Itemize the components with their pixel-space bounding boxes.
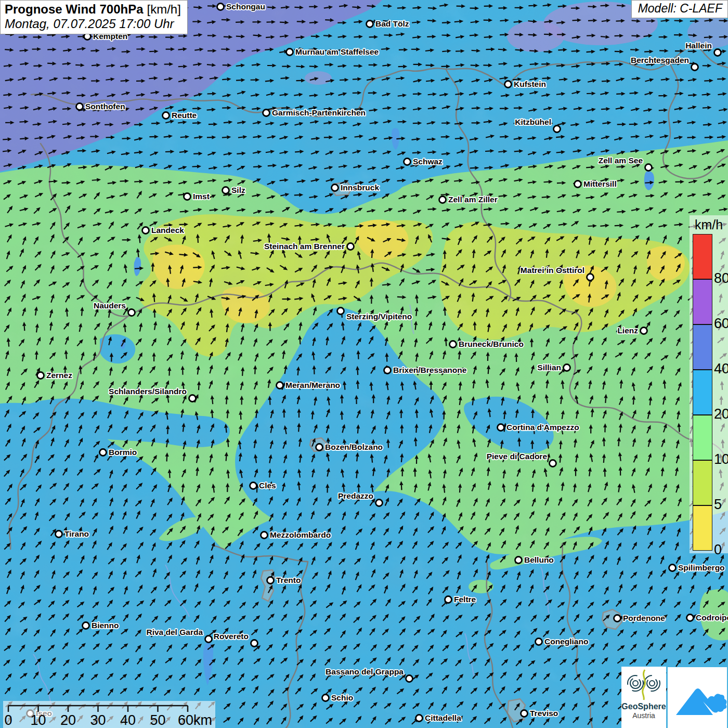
city-marker xyxy=(163,112,170,119)
city-marker xyxy=(564,365,570,371)
city-label: Treviso xyxy=(530,709,558,718)
city-marker xyxy=(189,395,196,402)
city-label: Schongau xyxy=(226,2,265,11)
city-label: Mezzolombardo xyxy=(270,530,331,539)
city-label: Brixen/Bressanone xyxy=(393,366,467,374)
city-label: Reutte xyxy=(172,111,197,120)
city-label: Zell am See xyxy=(599,156,643,165)
city-label: Bad Tölz xyxy=(375,19,409,28)
legend-tick-label: 80 xyxy=(714,270,728,287)
city-marker xyxy=(263,110,270,116)
city-marker xyxy=(521,710,528,717)
city-label: Feltre xyxy=(454,595,476,604)
city-marker xyxy=(251,640,258,647)
city-marker xyxy=(554,126,561,133)
city-marker xyxy=(184,193,191,200)
title-box: Prognose Wind 700hPa[km/h] Montag, 07.07… xyxy=(0,0,188,34)
scale-bar: 0102030405060km xyxy=(3,701,215,728)
city-marker xyxy=(332,185,339,191)
city-label: Kufstein xyxy=(514,80,546,88)
city-label: Matrei in Osttirol xyxy=(521,266,584,275)
city-marker xyxy=(575,181,581,188)
model-box: Modell: C-LAEF xyxy=(631,0,728,18)
city-label: Murnau am Staffelsee xyxy=(295,47,379,56)
city-marker xyxy=(645,164,652,171)
city-marker xyxy=(587,274,594,281)
city-label: Mittersill xyxy=(583,179,617,188)
city-marker xyxy=(450,341,457,348)
city-marker xyxy=(536,639,542,645)
city-marker xyxy=(404,159,411,165)
city-marker xyxy=(498,424,504,431)
city-label: Belluno xyxy=(524,555,554,564)
city-label: Tirano xyxy=(64,529,89,538)
city-marker xyxy=(287,49,293,56)
city-marker xyxy=(367,21,373,28)
city-label: Sonthofen xyxy=(85,102,125,111)
city-marker xyxy=(445,596,452,603)
scale-bar-ruler: 0102030405060km xyxy=(3,701,215,728)
city-label: Sillian xyxy=(537,363,561,372)
city-marker xyxy=(376,500,383,506)
city-label: Zernez xyxy=(46,371,72,380)
legend-swatch-0 xyxy=(693,505,712,551)
scale-bar-label: 30 xyxy=(90,712,106,728)
city-marker xyxy=(692,64,698,71)
weather-map-screen: SchongauBad TölzKemptenMurnau am Staffel… xyxy=(0,0,728,728)
city-label: Steinach am Brenner xyxy=(264,242,345,251)
city-label: Imst xyxy=(193,192,210,201)
city-label: Bruneck/Brunico xyxy=(459,340,524,348)
city-label: Pordenone xyxy=(623,614,665,622)
city-marker xyxy=(641,328,647,334)
city-marker xyxy=(687,615,694,621)
legend-tick-label: 60 xyxy=(714,316,728,332)
city-marker xyxy=(714,49,721,56)
scale-bar-label: 50 xyxy=(150,712,165,728)
legend-tick-label: 20 xyxy=(714,406,728,422)
city-marker xyxy=(337,308,344,315)
city-label: Predazzo xyxy=(338,491,373,500)
wind-speed-legend: km/h 806040201050 xyxy=(690,215,728,553)
legend-tick-label: 0 xyxy=(714,542,722,558)
wind-map: SchongauBad TölzKemptenMurnau am Staffel… xyxy=(0,0,728,728)
city-marker xyxy=(322,695,329,701)
city-label: Bormio xyxy=(109,448,137,457)
legend-unit-label: km/h xyxy=(690,217,728,232)
geosphere-logo-name: GeoSphere xyxy=(621,702,666,711)
legend-tick-label: 10 xyxy=(714,451,728,467)
legend-tick-label: 40 xyxy=(714,361,728,377)
geosphere-logo-country: Austria xyxy=(621,711,666,720)
city-label: Nauders xyxy=(94,301,126,310)
city-marker xyxy=(128,309,135,316)
city-label: Conegliano xyxy=(544,637,588,646)
city-marker xyxy=(416,715,423,722)
city-label: Codroipo xyxy=(696,613,728,622)
page-title: Prognose Wind 700hPa[km/h] xyxy=(5,2,181,17)
page-subtitle: Montag, 07.07.2025 17:00 Uhr xyxy=(5,17,181,31)
city-label: Schwaz xyxy=(413,157,443,166)
scale-bar-label: 10 xyxy=(30,712,46,728)
city-label: Innsbruck xyxy=(341,183,379,192)
title-unit: [km/h] xyxy=(147,2,181,16)
city-marker xyxy=(439,197,446,203)
city-marker xyxy=(223,187,229,194)
city-marker xyxy=(261,532,268,539)
city-marker xyxy=(316,444,323,451)
city-marker xyxy=(83,622,89,629)
city-label: Garmisch-Partenkirchen xyxy=(272,108,366,117)
scale-bar-label: 0 xyxy=(4,712,12,728)
city-marker xyxy=(267,577,274,584)
weather-app-logo-box xyxy=(668,667,727,728)
legend-swatch-60 xyxy=(693,279,712,324)
city-marker xyxy=(277,382,283,389)
city-label: Trento xyxy=(276,576,301,584)
city-marker xyxy=(37,372,44,379)
city-marker xyxy=(406,675,413,682)
city-label: Cortina d'Ampezzo xyxy=(506,423,579,432)
city-label: Cles xyxy=(259,481,276,490)
city-label: Riva del Garda xyxy=(146,628,203,636)
city-marker xyxy=(100,449,107,456)
scale-bar-label: 20 xyxy=(60,712,76,728)
city-marker xyxy=(550,460,556,467)
legend-swatch-10 xyxy=(693,415,712,460)
